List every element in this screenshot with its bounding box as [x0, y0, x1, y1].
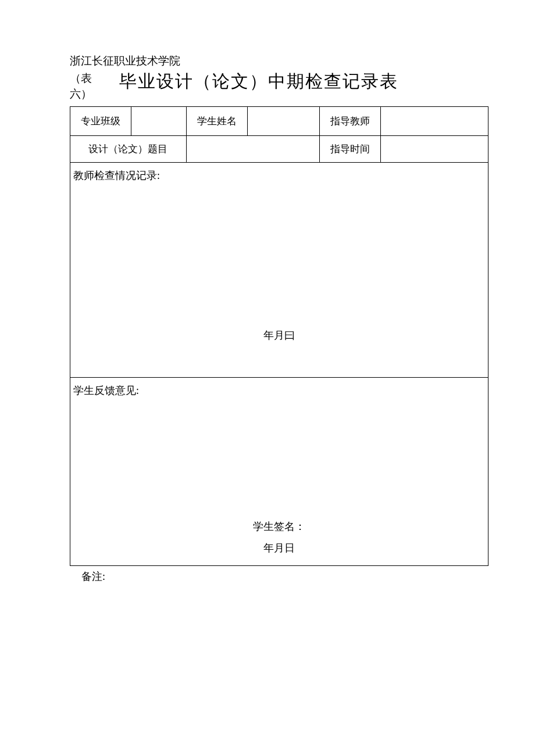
document-page: 浙江长征职业技术学院 （表六） 毕业设计（论文）中期检查记录表 专业班级 学生姓… — [0, 0, 535, 583]
teacher-section-row: 教师检查情况记录: 年月曰 — [70, 163, 488, 378]
advisor-label: 指导教师 — [320, 107, 381, 136]
guide-time-value — [381, 136, 488, 163]
teacher-record-label: 教师检查情况记录: — [73, 169, 483, 182]
page-title: 毕业设计（论文）中期检查记录表 — [119, 70, 398, 94]
student-signature-label: 学生签名： — [70, 519, 488, 533]
header-row: （表六） 毕业设计（论文）中期检查记录表 — [70, 70, 488, 102]
form-number: （表六） — [70, 70, 108, 102]
guide-time-label: 指导时间 — [320, 136, 381, 163]
major-value — [131, 107, 186, 136]
topic-value — [186, 136, 320, 163]
student-feedback-cell: 学生反馈意见: 学生签名： 年月日 — [70, 378, 488, 566]
student-name-value — [247, 107, 320, 136]
major-label: 专业班级 — [70, 107, 131, 136]
remark-label: 备注: — [81, 569, 488, 583]
form-table: 专业班级 学生姓名 指导教师 设计（论文）题目 指导时间 教师检查情况记录: 年… — [70, 106, 488, 566]
student-date-line: 年月日 — [70, 541, 488, 555]
institution-name: 浙江长征职业技术学院 — [70, 53, 488, 69]
student-name-label: 学生姓名 — [186, 107, 247, 136]
student-feedback-label: 学生反馈意见: — [73, 384, 483, 397]
advisor-value — [381, 107, 488, 136]
teacher-record-cell: 教师检查情况记录: 年月曰 — [70, 163, 488, 378]
topic-label: 设计（论文）题目 — [70, 136, 187, 163]
teacher-date-line: 年月曰 — [70, 328, 488, 342]
student-section-row: 学生反馈意见: 学生签名： 年月日 — [70, 378, 488, 566]
info-row-2: 设计（论文）题目 指导时间 — [70, 136, 488, 163]
info-row-1: 专业班级 学生姓名 指导教师 — [70, 107, 488, 136]
